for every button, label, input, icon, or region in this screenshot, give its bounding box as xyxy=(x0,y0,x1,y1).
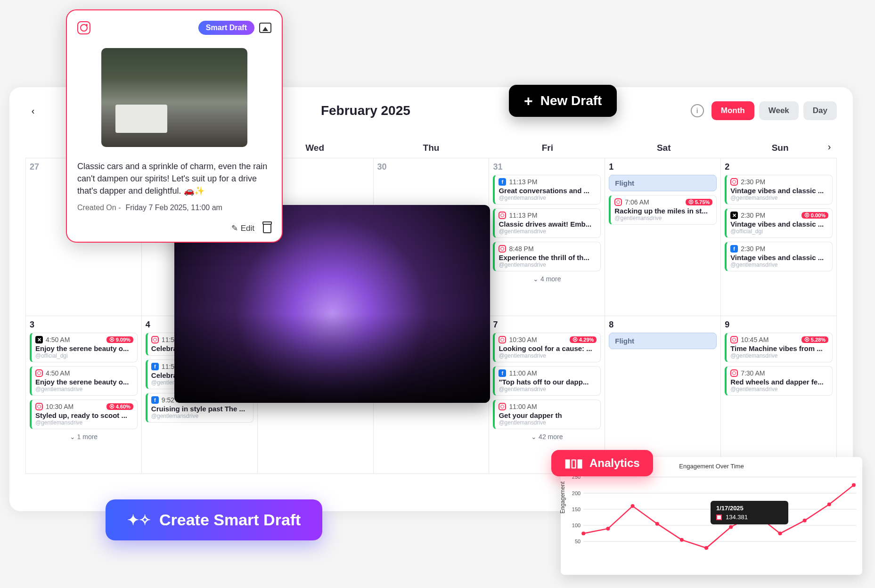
draft-meta: Created On - Friday 7 Feb 2025, 11:00 am xyxy=(77,204,271,212)
new-draft-button[interactable]: + New Draft xyxy=(509,85,617,117)
next-month-button[interactable]: › xyxy=(822,139,837,154)
event-time: 11:00 AM xyxy=(509,369,537,377)
view-day-button[interactable]: Day xyxy=(803,101,837,120)
engagement-badge: ⦿ 5.28% xyxy=(801,336,828,343)
event-title: Styled up, ready to scoot ... xyxy=(35,411,133,419)
event-handle: @gentlemansdrive xyxy=(730,386,828,392)
view-week-button[interactable]: Week xyxy=(759,101,799,120)
day-cell[interactable]: 2 2:30 PMVintage vibes and classic ...@g… xyxy=(721,158,837,316)
calendar-event[interactable]: 10:45 AM⦿ 5.28%Time Machine vibes from .… xyxy=(725,333,833,362)
event-handle: @gentlemansdrive xyxy=(730,195,828,201)
event-title: Experience the thrill of th... xyxy=(499,253,597,261)
day-number: 30 xyxy=(377,162,485,172)
chart-ylabel: Engagement xyxy=(559,482,566,514)
calendar-event[interactable]: 7:30 AMRed wheels and dapper fe...@gentl… xyxy=(725,366,833,396)
delete-button[interactable] xyxy=(263,224,271,233)
facebook-icon: f xyxy=(499,369,506,377)
day-number: 7 xyxy=(493,320,601,330)
day-number: 31 xyxy=(493,162,601,172)
engagement-badge: ⦿ 4.29% xyxy=(570,336,597,343)
sparkle-icon: ✦✧ xyxy=(127,512,151,528)
event-handle: @official_dgi xyxy=(35,352,133,359)
engagement-badge: ⦿ 4.60% xyxy=(106,403,133,410)
calendar-event[interactable]: f11:00 AM"Top hats off to our dapp...@ge… xyxy=(493,366,601,396)
edit-label: Edit xyxy=(241,224,254,233)
calendar-event[interactable]: 10:30 AM⦿ 4.60%Styled up, ready to scoot… xyxy=(30,400,138,429)
day-cell[interactable]: 9 10:45 AM⦿ 5.28%Time Machine vibes from… xyxy=(721,316,837,474)
event-title: Time Machine vibes from ... xyxy=(730,344,828,352)
event-time: 2:30 PM xyxy=(741,245,765,253)
day-number: 8 xyxy=(609,320,717,330)
day-number: 3 xyxy=(30,320,138,330)
chart-icon: ▮▯▮ xyxy=(564,457,583,470)
info-icon[interactable]: i xyxy=(691,104,704,117)
calendar-event[interactable]: 7:06 AM⦿ 5.75%Racking up the miles in st… xyxy=(609,195,717,225)
event-title: "Top hats off to our dapp... xyxy=(499,378,597,386)
instagram-icon xyxy=(730,178,738,186)
flight-event[interactable]: Flight xyxy=(609,333,717,349)
facebook-icon: f xyxy=(151,363,159,370)
facebook-icon: f xyxy=(730,245,738,253)
more-events-link[interactable]: ⌄ 42 more xyxy=(493,433,601,441)
svg-point-15 xyxy=(704,546,708,550)
event-title: Enjoy the serene beauty o... xyxy=(35,344,133,352)
event-title: Classic drives await! Emb... xyxy=(499,220,597,228)
create-smart-draft-button[interactable]: ✦✧ Create Smart Draft xyxy=(106,499,322,540)
image-icon[interactable] xyxy=(259,23,271,33)
calendar-event[interactable]: 8:48 PMExperience the thrill of th...@ge… xyxy=(493,242,601,271)
calendar-event[interactable]: 2:30 PMVintage vibes and classic ...@gen… xyxy=(725,175,833,204)
event-handle: @gentlemansdrive xyxy=(35,419,133,426)
weekday: Sat xyxy=(607,143,720,153)
draft-image xyxy=(101,48,247,147)
more-events-link[interactable]: ⌄ 4 more xyxy=(493,275,601,283)
instagram-icon xyxy=(77,21,90,34)
more-events-link[interactable]: ⌄ 1 more xyxy=(30,433,138,441)
calendar-event[interactable]: 10:30 AM⦿ 4.29%Looking cool for a cause:… xyxy=(493,333,601,362)
event-handle: @gentlemansdrive xyxy=(499,228,597,235)
instagram-icon xyxy=(614,198,622,206)
analytics-button[interactable]: ▮▯▮ Analytics xyxy=(551,450,653,476)
calendar-event[interactable]: ✕2:30 PM⦿ 0.00%Vintage vibes and classic… xyxy=(725,208,833,238)
event-time: 11:13 PM xyxy=(509,212,537,219)
event-handle: @gentlemansdrive xyxy=(614,215,712,221)
svg-text:100: 100 xyxy=(572,523,581,528)
event-time: 10:45 AM xyxy=(741,336,769,343)
event-time: 10:30 AM xyxy=(46,403,74,410)
create-smart-draft-label: Create Smart Draft xyxy=(159,511,301,529)
edit-button[interactable]: ✎ Edit xyxy=(231,223,254,233)
event-handle: @gentlemansdrive xyxy=(499,195,597,201)
instagram-icon xyxy=(499,245,506,253)
svg-point-19 xyxy=(803,519,807,523)
day-cell[interactable]: 3 ✕4:50 AM⦿ 9.09%Enjoy the serene beauty… xyxy=(26,316,142,474)
weekday: Sun xyxy=(723,143,837,153)
event-handle: @gentlemansdrive xyxy=(730,261,828,268)
day-cell[interactable]: 31 f11:13 PMGreat conversations and ...@… xyxy=(489,158,605,316)
event-handle: @gentlemansdrive xyxy=(499,352,597,359)
analytics-label: Analytics xyxy=(589,457,640,470)
prev-month-button[interactable]: ‹ xyxy=(25,103,41,118)
svg-point-20 xyxy=(827,503,831,506)
event-handle: @gentlemansdrive xyxy=(730,352,828,359)
day-cell[interactable]: 1 Flight7:06 AM⦿ 5.75%Racking up the mil… xyxy=(605,158,721,316)
event-title: Red wheels and dapper fe... xyxy=(730,378,828,386)
calendar-event[interactable]: f2:30 PMVintage vibes and classic ...@ge… xyxy=(725,242,833,271)
event-handle: @gentlemansdrive xyxy=(35,386,133,392)
calendar-event[interactable]: 11:00 AMGet your dapper th@gentlemansdri… xyxy=(493,400,601,429)
instagram-icon xyxy=(35,369,43,377)
svg-point-11 xyxy=(606,527,610,531)
engagement-badge: ⦿ 0.00% xyxy=(801,212,828,219)
draft-text: Classic cars and a sprinkle of charm, ev… xyxy=(77,160,271,197)
svg-point-16 xyxy=(729,525,733,529)
facebook-icon: f xyxy=(499,178,506,186)
calendar-event[interactable]: f11:13 PMGreat conversations and ...@gen… xyxy=(493,175,601,204)
flight-event[interactable]: Flight xyxy=(609,175,717,191)
event-title: Racking up the miles in st... xyxy=(614,207,712,215)
calendar-event[interactable]: 4:50 AMEnjoy the serene beauty o...@gent… xyxy=(30,366,138,396)
calendar-event[interactable]: 11:13 PMClassic drives await! Emb...@gen… xyxy=(493,208,601,238)
svg-point-21 xyxy=(852,483,856,487)
view-month-button[interactable]: Month xyxy=(711,101,754,120)
engagement-badge: ⦿ 9.09% xyxy=(106,336,133,343)
weekday: Fri xyxy=(491,143,604,153)
calendar-event[interactable]: ✕4:50 AM⦿ 9.09%Enjoy the serene beauty o… xyxy=(30,333,138,362)
svg-text:150: 150 xyxy=(572,506,581,512)
